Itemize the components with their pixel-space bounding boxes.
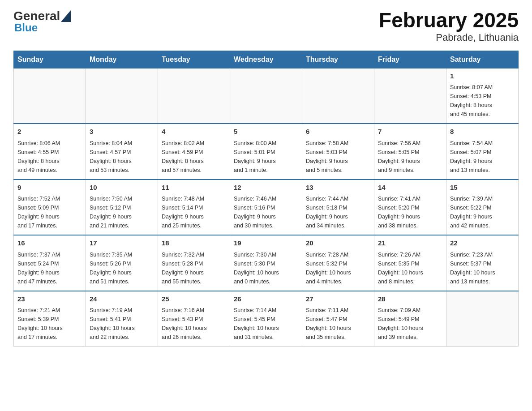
- page-title: February 2025: [379, 9, 519, 32]
- day-number: 21: [378, 238, 442, 248]
- logo: General Blue: [13, 9, 71, 34]
- logo-blue-text: Blue: [14, 21, 38, 34]
- calendar-week-2: 2Sunrise: 8:06 AMSunset: 4:55 PMDaylight…: [14, 124, 519, 180]
- svg-marker-0: [61, 10, 71, 22]
- day-number: 4: [162, 127, 226, 137]
- table-row: 6Sunrise: 7:58 AMSunset: 5:03 PMDaylight…: [302, 124, 374, 180]
- day-info: Sunrise: 7:52 AMSunset: 5:09 PMDaylight:…: [17, 194, 82, 230]
- title-block: February 2025 Pabrade, Lithuania: [379, 9, 519, 43]
- day-number: 20: [306, 238, 370, 248]
- table-row: 24Sunrise: 7:19 AMSunset: 5:41 PMDayligh…: [86, 291, 158, 347]
- day-info: Sunrise: 7:16 AMSunset: 5:43 PMDaylight:…: [162, 306, 226, 342]
- day-number: 24: [90, 294, 154, 304]
- day-number: 8: [450, 127, 515, 137]
- table-row: 4Sunrise: 8:02 AMSunset: 4:59 PMDaylight…: [158, 124, 230, 180]
- table-row: 22Sunrise: 7:23 AMSunset: 5:37 PMDayligh…: [446, 235, 519, 291]
- page-subtitle: Pabrade, Lithuania: [379, 32, 519, 43]
- table-row: 15Sunrise: 7:39 AMSunset: 5:22 PMDayligh…: [446, 180, 519, 235]
- day-info: Sunrise: 7:48 AMSunset: 5:14 PMDaylight:…: [162, 194, 226, 230]
- table-row: 12Sunrise: 7:46 AMSunset: 5:16 PMDayligh…: [230, 180, 302, 235]
- day-number: 2: [17, 127, 82, 137]
- calendar-week-5: 23Sunrise: 7:21 AMSunset: 5:39 PMDayligh…: [14, 291, 519, 347]
- day-number: 6: [306, 127, 370, 137]
- day-info: Sunrise: 7:56 AMSunset: 5:05 PMDaylight:…: [378, 139, 442, 175]
- table-row: 5Sunrise: 8:00 AMSunset: 5:01 PMDaylight…: [230, 124, 302, 180]
- table-row: 10Sunrise: 7:50 AMSunset: 5:12 PMDayligh…: [86, 180, 158, 235]
- table-row: 25Sunrise: 7:16 AMSunset: 5:43 PMDayligh…: [158, 291, 230, 347]
- day-number: 13: [306, 183, 370, 193]
- day-info: Sunrise: 7:26 AMSunset: 5:35 PMDaylight:…: [378, 250, 442, 286]
- logo-triangle-icon: [61, 10, 71, 22]
- calendar-header-row: Sunday Monday Tuesday Wednesday Thursday…: [14, 51, 519, 68]
- day-info: Sunrise: 7:54 AMSunset: 5:07 PMDaylight:…: [450, 139, 515, 175]
- table-row: 17Sunrise: 7:35 AMSunset: 5:26 PMDayligh…: [86, 235, 158, 291]
- table-row: [158, 68, 230, 124]
- day-number: 12: [234, 183, 298, 193]
- table-row: 11Sunrise: 7:48 AMSunset: 5:14 PMDayligh…: [158, 180, 230, 235]
- table-row: [446, 291, 519, 347]
- day-info: Sunrise: 8:06 AMSunset: 4:55 PMDaylight:…: [17, 139, 82, 175]
- day-info: Sunrise: 8:02 AMSunset: 4:59 PMDaylight:…: [162, 139, 226, 175]
- day-info: Sunrise: 7:14 AMSunset: 5:45 PMDaylight:…: [234, 306, 298, 342]
- table-row: [302, 68, 374, 124]
- day-number: 17: [90, 238, 154, 248]
- table-row: 19Sunrise: 7:30 AMSunset: 5:30 PMDayligh…: [230, 235, 302, 291]
- day-number: 1: [450, 71, 515, 81]
- table-row: [86, 68, 158, 124]
- table-row: 20Sunrise: 7:28 AMSunset: 5:32 PMDayligh…: [302, 235, 374, 291]
- day-number: 16: [17, 238, 82, 248]
- day-number: 27: [306, 294, 370, 304]
- table-row: 7Sunrise: 7:56 AMSunset: 5:05 PMDaylight…: [374, 124, 446, 180]
- day-info: Sunrise: 7:28 AMSunset: 5:32 PMDaylight:…: [306, 250, 370, 286]
- day-info: Sunrise: 7:30 AMSunset: 5:30 PMDaylight:…: [234, 250, 298, 286]
- header-friday: Friday: [374, 51, 446, 68]
- day-number: 5: [234, 127, 298, 137]
- table-row: [374, 68, 446, 124]
- calendar-week-3: 9Sunrise: 7:52 AMSunset: 5:09 PMDaylight…: [14, 180, 519, 235]
- day-number: 3: [90, 127, 154, 137]
- table-row: 18Sunrise: 7:32 AMSunset: 5:28 PMDayligh…: [158, 235, 230, 291]
- calendar-week-1: 1Sunrise: 8:07 AMSunset: 4:53 PMDaylight…: [14, 68, 519, 124]
- table-row: 16Sunrise: 7:37 AMSunset: 5:24 PMDayligh…: [14, 235, 86, 291]
- table-row: 14Sunrise: 7:41 AMSunset: 5:20 PMDayligh…: [374, 180, 446, 235]
- table-row: 21Sunrise: 7:26 AMSunset: 5:35 PMDayligh…: [374, 235, 446, 291]
- day-info: Sunrise: 7:37 AMSunset: 5:24 PMDaylight:…: [17, 250, 82, 286]
- day-info: Sunrise: 7:39 AMSunset: 5:22 PMDaylight:…: [450, 194, 515, 230]
- day-number: 19: [234, 238, 298, 248]
- table-row: 9Sunrise: 7:52 AMSunset: 5:09 PMDaylight…: [14, 180, 86, 235]
- table-row: 26Sunrise: 7:14 AMSunset: 5:45 PMDayligh…: [230, 291, 302, 347]
- day-info: Sunrise: 8:00 AMSunset: 5:01 PMDaylight:…: [234, 139, 298, 175]
- calendar-table: Sunday Monday Tuesday Wednesday Thursday…: [13, 51, 519, 347]
- day-number: 14: [378, 183, 442, 193]
- day-number: 11: [162, 183, 226, 193]
- day-number: 18: [162, 238, 226, 248]
- day-info: Sunrise: 7:21 AMSunset: 5:39 PMDaylight:…: [17, 306, 82, 342]
- day-info: Sunrise: 7:23 AMSunset: 5:37 PMDaylight:…: [450, 250, 515, 286]
- day-info: Sunrise: 8:07 AMSunset: 4:53 PMDaylight:…: [450, 83, 515, 119]
- day-info: Sunrise: 7:46 AMSunset: 5:16 PMDaylight:…: [234, 194, 298, 230]
- day-info: Sunrise: 7:19 AMSunset: 5:41 PMDaylight:…: [90, 306, 154, 342]
- table-row: 23Sunrise: 7:21 AMSunset: 5:39 PMDayligh…: [14, 291, 86, 347]
- table-row: 28Sunrise: 7:09 AMSunset: 5:49 PMDayligh…: [374, 291, 446, 347]
- day-info: Sunrise: 7:35 AMSunset: 5:26 PMDaylight:…: [90, 250, 154, 286]
- page-header: General Blue February 2025 Pabrade, Lith…: [13, 9, 519, 43]
- day-info: Sunrise: 7:50 AMSunset: 5:12 PMDaylight:…: [90, 194, 154, 230]
- day-number: 23: [17, 294, 82, 304]
- table-row: 3Sunrise: 8:04 AMSunset: 4:57 PMDaylight…: [86, 124, 158, 180]
- header-saturday: Saturday: [446, 51, 519, 68]
- day-number: 9: [17, 183, 82, 193]
- day-number: 7: [378, 127, 442, 137]
- table-row: [14, 68, 86, 124]
- table-row: 27Sunrise: 7:11 AMSunset: 5:47 PMDayligh…: [302, 291, 374, 347]
- day-number: 28: [378, 294, 442, 304]
- day-info: Sunrise: 7:11 AMSunset: 5:47 PMDaylight:…: [306, 306, 370, 342]
- day-number: 25: [162, 294, 226, 304]
- day-info: Sunrise: 7:41 AMSunset: 5:20 PMDaylight:…: [378, 194, 442, 230]
- day-info: Sunrise: 7:09 AMSunset: 5:49 PMDaylight:…: [378, 306, 442, 342]
- day-info: Sunrise: 7:58 AMSunset: 5:03 PMDaylight:…: [306, 139, 370, 175]
- header-tuesday: Tuesday: [158, 51, 230, 68]
- table-row: 1Sunrise: 8:07 AMSunset: 4:53 PMDaylight…: [446, 68, 519, 124]
- day-number: 10: [90, 183, 154, 193]
- header-monday: Monday: [86, 51, 158, 68]
- header-sunday: Sunday: [14, 51, 86, 68]
